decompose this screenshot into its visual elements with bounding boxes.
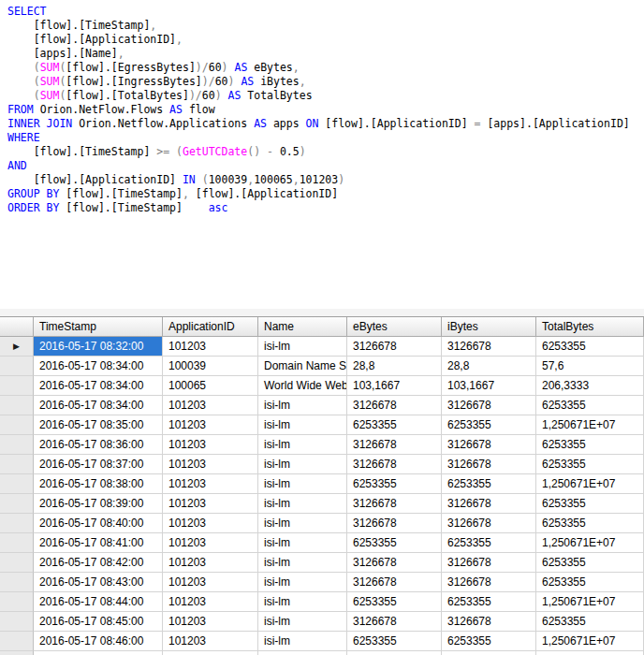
- row-selector[interactable]: [0, 573, 34, 592]
- grid-cell[interactable]: 6253355: [536, 573, 644, 592]
- grid-cell[interactable]: 6253355: [536, 396, 644, 415]
- grid-cell[interactable]: 3126678: [442, 494, 536, 514]
- grid-cell[interactable]: 3126678: [442, 337, 536, 357]
- grid-cell[interactable]: World Wide Web...: [258, 376, 347, 396]
- grid-cell[interactable]: 6253355: [536, 494, 644, 514]
- grid-cell[interactable]: 3126678: [347, 514, 442, 533]
- grid-cell[interactable]: 101203: [163, 514, 258, 533]
- grid-cell[interactable]: 6253355: [536, 612, 644, 632]
- grid-cell[interactable]: 6253355: [536, 337, 644, 357]
- row-selector[interactable]: [0, 435, 34, 455]
- grid-cell[interactable]: Domain Name Se...: [258, 357, 347, 376]
- grid-cell[interactable]: 101203: [163, 553, 258, 573]
- grid-cell[interactable]: 3126678: [347, 455, 442, 474]
- grid-cell[interactable]: 2016-05-17 08:40:00: [34, 514, 163, 533]
- row-selector[interactable]: [0, 553, 34, 573]
- grid-cell[interactable]: 2016-05-17 08:44:00: [34, 592, 163, 612]
- grid-cell[interactable]: 1,250671E+07: [536, 651, 644, 655]
- grid-cell[interactable]: 101203: [163, 592, 258, 612]
- grid-cell[interactable]: 100065: [163, 376, 258, 396]
- grid-cell[interactable]: 101203: [163, 396, 258, 415]
- row-selector[interactable]: [0, 533, 34, 553]
- grid-cell[interactable]: 2016-05-17 08:34:00: [34, 376, 163, 396]
- grid-cell[interactable]: 2016-05-17 08:32:00: [34, 337, 163, 357]
- grid-cell[interactable]: 3126678: [442, 435, 536, 455]
- grid-cell[interactable]: 1,250671E+07: [536, 415, 644, 435]
- grid-cell[interactable]: isi-lm: [258, 632, 347, 651]
- row-selector[interactable]: [0, 357, 34, 376]
- grid-cell[interactable]: 2016-05-17 08:41:00: [34, 533, 163, 553]
- row-selector[interactable]: [0, 494, 34, 514]
- grid-cell[interactable]: 3126678: [347, 435, 442, 455]
- grid-cell[interactable]: 3126678: [347, 494, 442, 514]
- grid-cell[interactable]: 6253355: [347, 415, 442, 435]
- grid-cell[interactable]: 28,8: [347, 357, 442, 376]
- grid-cell[interactable]: isi-lm: [258, 651, 347, 655]
- grid-cell[interactable]: 6253355: [442, 415, 536, 435]
- grid-cell[interactable]: 6253355: [536, 514, 644, 533]
- grid-cell[interactable]: 100039: [163, 357, 258, 376]
- grid-cell[interactable]: 2016-05-17 08:45:00: [34, 612, 163, 632]
- grid-cell[interactable]: 57,6: [536, 357, 644, 376]
- grid-cell[interactable]: 6253355: [536, 553, 644, 573]
- grid-cell[interactable]: 6253355: [442, 533, 536, 553]
- grid-cell[interactable]: isi-lm: [258, 553, 347, 573]
- column-header-timestamp[interactable]: TimeStamp: [34, 317, 163, 337]
- grid-cell[interactable]: 6253355: [442, 651, 536, 655]
- grid-cell[interactable]: 2016-05-17 08:42:00: [34, 553, 163, 573]
- grid-cell[interactable]: 3126678: [347, 573, 442, 592]
- grid-cell[interactable]: isi-lm: [258, 533, 347, 553]
- column-header-totalbytes[interactable]: TotalBytes: [536, 317, 644, 337]
- grid-cell[interactable]: 2016-05-17 08:34:00: [34, 396, 163, 415]
- row-selector[interactable]: [0, 376, 34, 396]
- column-header-applicationid[interactable]: ApplicationID: [163, 317, 258, 337]
- grid-cell[interactable]: 101203: [163, 415, 258, 435]
- grid-cell[interactable]: 3126678: [347, 337, 442, 357]
- row-selector[interactable]: [0, 514, 34, 533]
- row-selector[interactable]: [0, 651, 34, 655]
- grid-cell[interactable]: 2016-05-17 08:47:00: [34, 651, 163, 655]
- grid-cell[interactable]: 101203: [163, 494, 258, 514]
- grid-cell[interactable]: isi-lm: [258, 337, 347, 357]
- grid-cell[interactable]: 6253355: [442, 474, 536, 494]
- grid-cell[interactable]: 6253355: [347, 651, 442, 655]
- grid-cell[interactable]: 2016-05-17 08:36:00: [34, 435, 163, 455]
- grid-cell[interactable]: 1,250671E+07: [536, 474, 644, 494]
- grid-cell[interactable]: 1,250671E+07: [536, 632, 644, 651]
- grid-cell[interactable]: isi-lm: [258, 474, 347, 494]
- grid-cell[interactable]: isi-lm: [258, 415, 347, 435]
- grid-cell[interactable]: isi-lm: [258, 435, 347, 455]
- grid-cell[interactable]: 3126678: [347, 553, 442, 573]
- grid-cell[interactable]: 6253355: [536, 435, 644, 455]
- grid-cell[interactable]: 101203: [163, 573, 258, 592]
- grid-cell[interactable]: isi-lm: [258, 396, 347, 415]
- grid-cell[interactable]: 101203: [163, 533, 258, 553]
- grid-cell[interactable]: isi-lm: [258, 514, 347, 533]
- row-selector[interactable]: [0, 612, 34, 632]
- row-selector[interactable]: [0, 415, 34, 435]
- row-selector[interactable]: ▶: [0, 337, 34, 357]
- grid-cell[interactable]: 3126678: [442, 612, 536, 632]
- row-selector[interactable]: [0, 632, 34, 651]
- column-header-ibytes[interactable]: iBytes: [442, 317, 536, 337]
- column-header-ebytes[interactable]: eBytes: [347, 317, 442, 337]
- grid-cell[interactable]: 101203: [163, 435, 258, 455]
- grid-cell[interactable]: 2016-05-17 08:38:00: [34, 474, 163, 494]
- grid-cell[interactable]: 2016-05-17 08:35:00: [34, 415, 163, 435]
- editor-results-splitter[interactable]: [0, 309, 644, 316]
- grid-cell[interactable]: 103,1667: [442, 376, 536, 396]
- grid-cell[interactable]: 1,250671E+07: [536, 533, 644, 553]
- grid-cell[interactable]: 101203: [163, 612, 258, 632]
- grid-cell[interactable]: 3126678: [442, 553, 536, 573]
- grid-cell[interactable]: 6253355: [347, 592, 442, 612]
- grid-cell[interactable]: 206,3333: [536, 376, 644, 396]
- grid-cell[interactable]: 3126678: [347, 612, 442, 632]
- row-selector[interactable]: [0, 455, 34, 474]
- grid-cell[interactable]: 101203: [163, 474, 258, 494]
- grid-cell[interactable]: isi-lm: [258, 592, 347, 612]
- grid-cell[interactable]: 2016-05-17 08:39:00: [34, 494, 163, 514]
- grid-cell[interactable]: 3126678: [442, 573, 536, 592]
- row-selector[interactable]: [0, 396, 34, 415]
- grid-cell[interactable]: isi-lm: [258, 494, 347, 514]
- grid-corner-cell[interactable]: [0, 317, 34, 337]
